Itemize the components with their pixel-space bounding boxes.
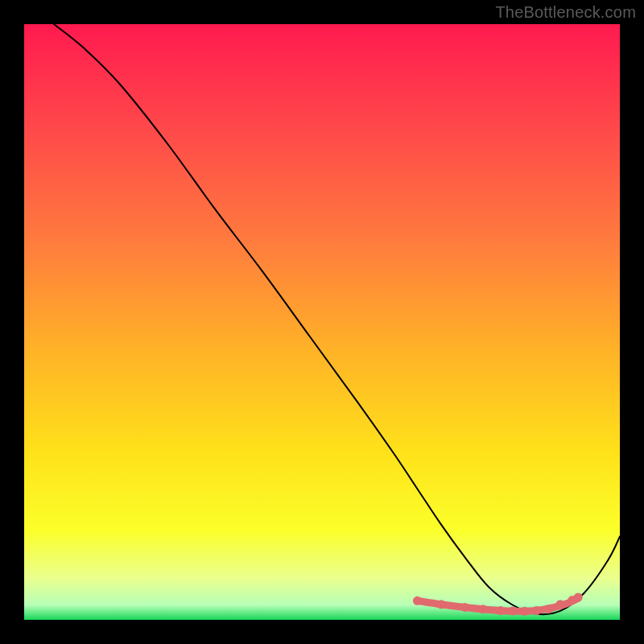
plot-area [24,24,620,620]
highlight-dot [556,600,565,609]
chart-stage: TheBottleneck.com [0,0,644,644]
highlight-dot [532,606,541,615]
series-main-curve [54,24,620,614]
highlight-dot [544,605,553,613]
highlight-dot [574,592,583,601]
attribution-text: TheBottleneck.com [495,3,636,22]
highlight-dot [520,607,529,616]
highlight-dot [437,600,446,609]
highlight-dot [508,606,517,615]
curve-layer [24,24,620,620]
highlight-dot [460,603,469,612]
highlight-dot [478,605,487,613]
highlight-dot [413,597,422,605]
highlight-dot [497,606,506,615]
